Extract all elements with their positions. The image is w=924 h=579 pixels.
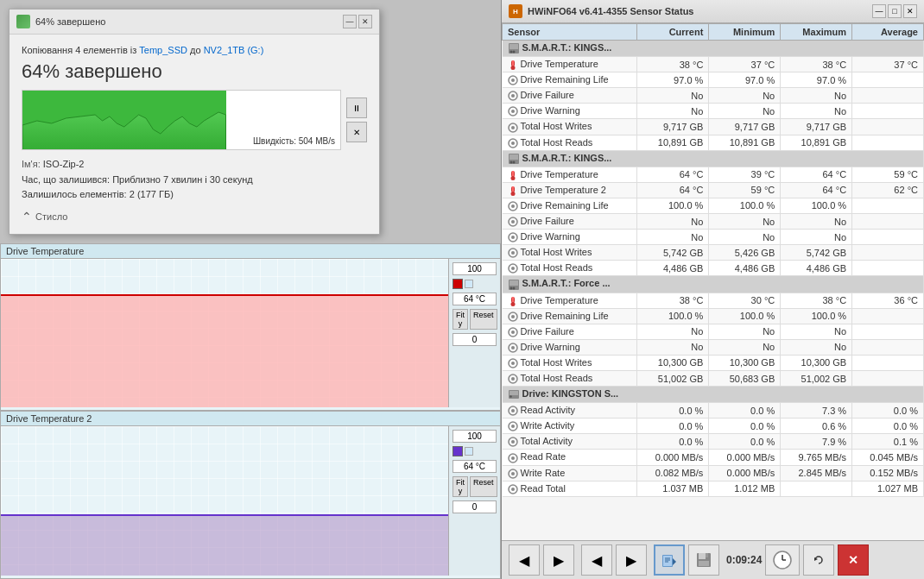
cell-2-3-0: No [637, 339, 709, 355]
copy-source-link[interactable]: Temp_SSD [139, 45, 187, 55]
hwinfo-minimize-button[interactable]: — [872, 4, 886, 18]
sensor-name-1-5: Total Host Writes [503, 245, 637, 261]
col-average: Average [852, 24, 924, 41]
sensor-name-2-5: Total Host Reads [503, 370, 637, 386]
svg-rect-18 [509, 154, 518, 160]
cell-3-4-3: 0.152 MB/s [852, 465, 924, 481]
cell-0-0-3: 37 °C [852, 57, 924, 72]
svg-point-40 [512, 286, 515, 289]
cell-3-2-0: 0.0 % [637, 434, 709, 450]
nav-next2-button[interactable]: ▶ [616, 544, 647, 576]
cell-0-4-1: 9,717 GB [709, 119, 781, 135]
clock-icon [772, 550, 793, 570]
cell-2-2-2: No [781, 324, 852, 339]
color-box-purple [453, 446, 463, 456]
cell-0-1-3 [852, 72, 924, 88]
svg-point-36 [511, 267, 515, 270]
cell-0-4-0: 9,717 GB [637, 119, 709, 135]
reset-button-2[interactable]: Reset [470, 476, 497, 497]
cell-1-1-0: 64 °C [637, 182, 709, 198]
cell-3-5-0: 1.037 MB [637, 481, 709, 496]
cell-2-0-0: 38 °C [637, 293, 709, 308]
close-button[interactable]: ✕ [358, 15, 372, 28]
col-sensor: Sensor [503, 24, 637, 41]
svg-rect-78 [706, 553, 708, 557]
table-row: Write Rate0.082 MB/s0.000 MB/s2.845 MB/s… [503, 465, 924, 481]
cell-0-0-1: 37 °C [709, 57, 781, 72]
sensor-name-0-3: Drive Warning [503, 104, 637, 119]
cell-1-4-0: No [637, 230, 709, 245]
cell-0-0-2: 38 °C [781, 57, 852, 72]
svg-point-53 [511, 377, 515, 381]
cell-2-3-1: No [709, 339, 781, 355]
reset-button-1[interactable]: Reset [470, 309, 497, 330]
cell-1-1-1: 59 °C [709, 182, 781, 198]
details-button[interactable]: ⌃ Стисло [22, 210, 67, 223]
cancel-button[interactable]: ✕ [346, 122, 367, 142]
sensor-name-3-0: Read Activity [503, 403, 637, 419]
sensor-name-0-1: Drive Remaining Life [503, 72, 637, 88]
chart-color-2 [453, 446, 497, 456]
cell-1-2-1: 100.0 % [709, 198, 781, 213]
hwinfo-window-controls: — □ ✕ [872, 4, 917, 18]
svg-point-39 [509, 286, 512, 289]
cell-3-4-0: 0.082 MB/s [637, 465, 709, 481]
cell-1-1-2: 64 °C [781, 182, 852, 198]
table-row: Drive Temperature 264 °C59 °C64 °C62 °C [503, 182, 924, 198]
file-info: Ім'я: ISO-Zip-2 Час, що залишився: Прибл… [22, 157, 367, 203]
charts-area: Drive Temperature 100 64 °C Fit y [0, 243, 501, 579]
hwinfo-maximize-button[interactable]: □ [888, 4, 902, 18]
cell-0-2-0: No [637, 88, 709, 104]
cell-3-5-2 [781, 481, 852, 496]
hwinfo-toolbar: ◀ ▶ ◀ ▶ 0:09:24 [502, 540, 924, 579]
sensor-name-2-0: Drive Temperature [503, 293, 637, 308]
table-row: Drive WarningNoNoNo [503, 339, 924, 355]
filename-label: Ім'я: [22, 159, 43, 169]
chart-fill-purple [1, 516, 448, 576]
clock-button[interactable] [765, 544, 800, 576]
cell-0-3-0: No [637, 104, 709, 119]
svg-point-3 [512, 51, 515, 53]
cell-2-0-1: 30 °C [709, 293, 781, 308]
group-label-0: S.M.A.R.T.: KINGS... [503, 41, 924, 57]
svg-rect-55 [509, 391, 518, 395]
chart-buttons-1: Fit y Reset [453, 309, 497, 330]
fit-button-1[interactable]: Fit y [453, 309, 468, 330]
left-panel: 64% завершено — ✕ Копіювання 4 елементів… [0, 0, 501, 579]
sensor-name-3-4: Write Rate [503, 465, 637, 481]
save-button[interactable] [688, 544, 719, 576]
cell-1-3-3 [852, 214, 924, 230]
group-label-1: S.M.A.R.T.: KINGS... [503, 150, 924, 167]
nav-prev2-button[interactable]: ◀ [581, 544, 612, 576]
pause-button[interactable]: ⏸ [346, 98, 367, 118]
copy-dest-link[interactable]: NV2_1TB (G:) [204, 45, 264, 55]
svg-point-25 [510, 192, 515, 196]
svg-point-5 [510, 66, 515, 70]
cell-1-5-3 [852, 245, 924, 261]
svg-point-30 [511, 220, 515, 223]
reset-button[interactable] [803, 544, 834, 576]
export-button[interactable] [654, 544, 685, 576]
cell-0-3-3 [852, 104, 924, 119]
sensor-name-0-5: Total Host Reads [503, 135, 637, 150]
nav-next-button[interactable]: ▶ [543, 544, 574, 576]
svg-point-14 [511, 126, 515, 129]
hwinfo-close-button[interactable]: ✕ [903, 4, 917, 18]
close-all-button[interactable]: ✕ [838, 544, 869, 576]
cell-0-2-2: No [781, 88, 852, 104]
col-current: Current [637, 24, 709, 41]
table-row: Total Host Writes9,717 GB9,717 GB9,717 G… [503, 119, 924, 135]
svg-point-8 [511, 79, 515, 82]
minimize-button[interactable]: — [343, 15, 357, 28]
svg-point-10 [511, 94, 515, 98]
reset-icon [810, 551, 827, 569]
cell-2-5-0: 51,002 GB [637, 370, 709, 386]
table-row: Total Host Reads4,486 GB4,486 GB4,486 GB [503, 261, 924, 276]
time-value: Час, що залишився: Приблизно 7 хвилин і … [22, 174, 253, 185]
cell-2-2-3 [852, 324, 924, 339]
svg-point-58 [511, 409, 515, 412]
chart-current-2: 64 °C [453, 460, 497, 473]
nav-prev-button[interactable]: ◀ [509, 544, 540, 576]
hwinfo-icon: H [509, 4, 522, 18]
fit-button-2[interactable]: Fit y [453, 476, 468, 497]
